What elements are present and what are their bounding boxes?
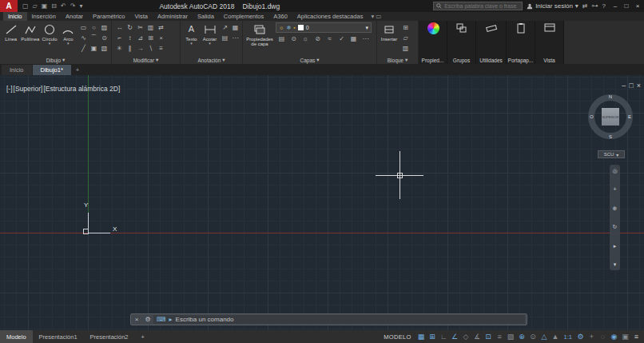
panel-dibujo-label[interactable]: Dibujo ▾ (0, 56, 111, 64)
command-line[interactable]: × ⚙ ⌨ ▸ Escriba un comando (130, 313, 527, 325)
help-search-box[interactable] (433, 2, 523, 10)
panel-modificar-label[interactable]: Modificar ▾ (112, 56, 180, 64)
new-icon[interactable]: ▢ (22, 2, 29, 10)
viewport-restore-icon[interactable]: □ (629, 82, 633, 90)
panel-utilidades-label[interactable]: Utilidades (476, 56, 506, 64)
qat-dropdown-icon[interactable]: ▾ (79, 2, 82, 10)
tab-vista[interactable]: Vista (130, 12, 153, 21)
ortho-icon[interactable]: ∟ (439, 332, 449, 342)
app-store-icon[interactable]: ⇄ (582, 2, 588, 10)
panel-vista-label[interactable]: Vista (535, 56, 563, 64)
text-dropdown-icon[interactable]: ▾ (190, 42, 193, 46)
print-icon[interactable]: ⊟ (51, 2, 57, 10)
edit-block-icon[interactable]: ▱ (400, 33, 411, 43)
open-icon[interactable]: ▱ (33, 2, 38, 10)
save-icon[interactable]: ▣ (42, 2, 48, 10)
compass-south-label[interactable]: S (609, 134, 612, 139)
panel-grupos-label[interactable]: Grupos (447, 56, 475, 64)
block-attributes-icon[interactable]: ▥ (400, 43, 411, 54)
workspace-icon[interactable]: ⚙ (575, 332, 586, 342)
arc-dropdown-icon[interactable]: ▾ (67, 42, 70, 46)
arc-button[interactable]: Arco ▾ (60, 22, 77, 46)
tab-complementos[interactable]: Complementos (219, 12, 268, 21)
stretch-icon[interactable]: ↕ (125, 33, 135, 43)
revcloud-icon[interactable]: ⌒ (89, 33, 99, 43)
offset-icon[interactable]: ∥ (125, 43, 135, 54)
text-button[interactable]: A Texto ▾ (183, 22, 200, 46)
tab-inicio[interactable]: Inicio (3, 12, 27, 21)
compass-east-label[interactable]: E (628, 114, 631, 119)
model-space-button[interactable]: MODELO (380, 333, 415, 341)
zoom-icon[interactable]: ⊕ (613, 205, 618, 211)
help-icon[interactable]: ? (602, 2, 606, 10)
polar-tracking-icon[interactable]: ∠ (450, 332, 460, 342)
tab-salida[interactable]: Salida (193, 12, 219, 21)
layer-properties-button[interactable]: Propiedades de capa (245, 22, 274, 47)
rotate-icon[interactable]: ↻ (125, 22, 135, 33)
layout-tab-presentacion2[interactable]: Presentación2 (84, 330, 135, 343)
command-input[interactable]: ⌨ ▸ Escriba un comando (153, 315, 525, 324)
showmotion-icon[interactable]: ▸ (614, 243, 617, 249)
command-customize-icon[interactable]: ⚙ (142, 316, 153, 323)
copy-icon[interactable]: ▥ (145, 22, 156, 33)
break-icon[interactable]: ∖ (145, 43, 156, 54)
new-drawing-tab-button[interactable]: + (72, 65, 83, 75)
viewport-close-icon[interactable]: × (637, 82, 641, 90)
extend-icon[interactable]: → (135, 43, 145, 54)
isolate-objects-icon[interactable]: ◌ (598, 332, 608, 342)
transparency-icon[interactable]: ▨ (506, 332, 516, 342)
close-icon[interactable]: × (632, 1, 643, 11)
point-icon[interactable]: ⊙ (99, 33, 109, 43)
layer-dropdown-icon[interactable]: ▾ (365, 25, 368, 31)
new-layout-button[interactable]: + (135, 330, 151, 343)
panel-propiedades-label[interactable]: Propied... (419, 56, 447, 64)
line-button[interactable]: Línea (2, 22, 19, 42)
file-tab-dibujo1[interactable]: Dibujo1* (33, 65, 71, 75)
hatch-icon[interactable]: ▨ (99, 22, 109, 33)
array-icon[interactable]: ⊞ (145, 33, 156, 43)
gradient-icon[interactable]: ▧ (99, 43, 109, 54)
tab-a360[interactable]: A360 (268, 12, 292, 21)
panel-capas-label[interactable]: Capas ▾ (243, 56, 376, 64)
ribbon-minimize-icon[interactable]: ▾ ▭ (368, 12, 384, 21)
graphics-performance-icon[interactable]: ◉ (609, 332, 619, 342)
circle-dropdown-icon[interactable]: ▾ (49, 42, 51, 46)
compass-north-label[interactable]: N (609, 94, 612, 99)
layer-isolate-icon[interactable]: ⊙ (288, 34, 300, 44)
tab-anotar[interactable]: Anotar (61, 12, 88, 21)
table-icon[interactable]: ▦ (230, 22, 241, 33)
layer-more-icon[interactable]: ⋯ (360, 34, 372, 44)
autoscale-icon[interactable]: ▲ (551, 332, 561, 342)
minimize-icon[interactable]: – (610, 1, 621, 11)
drawing-area[interactable]: [-] [Superior] [Estructura alámbrica 2D]… (0, 75, 644, 330)
leader-icon[interactable]: ↗ (220, 22, 230, 33)
panel-utilidades[interactable]: Utilidades (476, 21, 507, 64)
layout-tab-presentacion1[interactable]: Presentación1 (33, 330, 84, 343)
dimension-dropdown-icon[interactable]: ▾ (209, 42, 211, 46)
pan-icon[interactable]: + (613, 186, 616, 192)
redo-icon[interactable]: ↷ (70, 2, 76, 10)
annotation-monitor-icon[interactable]: + (586, 332, 597, 342)
viewport-menu-control[interactable]: [-] (6, 85, 13, 93)
layer-dropdown[interactable]: ☼ ❄ ▪ 0 ▾ (276, 22, 372, 33)
layer-unisolate-icon[interactable]: ⊘ (312, 34, 324, 44)
layer-off-icon[interactable]: ☼ (300, 34, 312, 44)
annotation-visibility-icon[interactable]: △ (539, 332, 550, 342)
dimension-button[interactable]: Acotar ▾ (201, 22, 218, 46)
ellipse-icon[interactable]: ○ (89, 22, 99, 33)
tab-aplicaciones-destacadas[interactable]: Aplicaciones destacadas (292, 12, 368, 21)
tab-administrar[interactable]: Administrar (153, 12, 193, 21)
rectangle-icon[interactable]: ▭ (78, 22, 89, 33)
viewcube[interactable]: N S O E SUPERIOR (588, 94, 633, 139)
annotation-scale-button[interactable]: 1:1 (562, 333, 574, 341)
maximize-icon[interactable]: □ (621, 1, 632, 11)
file-tab-inicio[interactable]: Inicio (2, 65, 32, 75)
viewport-minimize-icon[interactable]: – (622, 82, 626, 90)
viewcube-top-face[interactable]: SUPERIOR (602, 108, 619, 126)
object-snap-tracking-icon[interactable]: ∡ (472, 332, 483, 342)
panel-vista[interactable]: Vista (535, 21, 564, 64)
layout-tab-modelo[interactable]: Modelo (0, 330, 33, 343)
panel-anotacion-label[interactable]: Anotación ▾ (181, 56, 242, 64)
trim-icon[interactable]: ✂ (135, 22, 145, 33)
steering-wheel-icon[interactable]: ◎ (612, 168, 617, 173)
